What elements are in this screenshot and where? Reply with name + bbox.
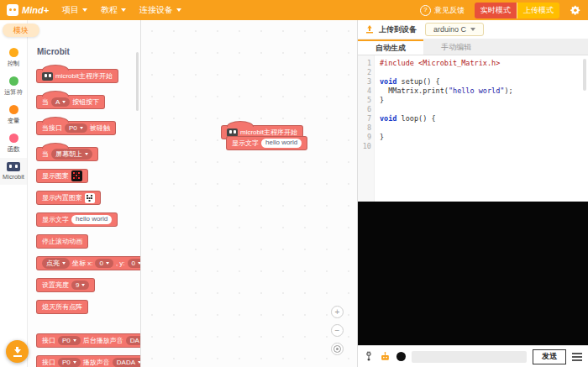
upload-mode-button[interactable]: 上传模式 [517,3,559,18]
palette-scrollbar[interactable] [136,52,139,111]
download-float-button[interactable] [6,340,29,363]
palette-block[interactable]: 接口P0播放声音DADA [36,355,141,367]
code-line: #include <Microbit_Matrix.h> [380,59,513,68]
line-number: 6 [358,105,371,114]
block-text: 当接口 [42,123,62,133]
code-editor[interactable]: 12345678910 #include <Microbit_Matrix.h>… [358,55,588,202]
block-dropdown[interactable]: DA [126,336,141,345]
block-text-input[interactable]: hello world [261,139,302,148]
menu-tutorial[interactable]: 教程 [101,4,126,16]
palette-block[interactable]: 停止滚动动画 [36,234,88,249]
sidebar-item-控制[interactable]: 控制 [0,44,27,72]
serial-menu-icon[interactable] [572,353,582,361]
category-dot-icon [9,48,18,57]
palette-block[interactable]: 当接口P0被碰触 [36,121,116,135]
block-dropdown[interactable]: P0 [65,123,87,133]
tab-manual-edit[interactable]: 手动编辑 [423,39,489,55]
serial-input[interactable] [412,351,527,363]
block-dropdown-value: 屏幕朝上 [55,149,82,159]
block-text-input[interactable]: hello world [71,215,112,224]
sidebar-item-运算符[interactable]: 运算符 [0,72,27,101]
canvas-block[interactable]: 显示文字hello world [226,136,307,150]
palette-block[interactable]: 显示图案 [36,169,88,183]
block-dropdown[interactable]: 屏幕朝上 [51,149,92,160]
upload-to-device-button[interactable]: 上传到设备 [365,24,417,35]
block-dropdown[interactable]: P0 [58,336,81,345]
block-text: 显示图案 [42,171,69,181]
block-dropdown-value: P0 [69,124,77,132]
block-dropdown[interactable]: A [51,97,70,107]
zoom-in-button[interactable]: + [331,306,344,318]
sidebar-item-Microbit[interactable]: Microbit [0,158,27,185]
canvas-zoom-controls: + − [331,306,344,355]
palette-block[interactable]: 熄灭所有点阵 [36,300,88,314]
zoom-reset-button[interactable] [331,343,344,355]
block-dropdown[interactable]: 9 [71,280,89,290]
feedback-button[interactable]: ? 意见反馈 [420,5,465,16]
block-text: 显示内置图案 [42,193,82,202]
block-dropdown-value: 0 [99,260,102,267]
code-line [380,105,513,114]
upload-icon [365,24,375,34]
tab-auto-generate[interactable]: 自动生成 [358,39,423,55]
realtime-mode-button[interactable]: 实时模式 [475,3,517,18]
category-sidebar: 控制运算符变量函数Microbit [0,20,28,367]
block-text: 停止滚动动画 [42,237,82,246]
code-line [380,123,513,133]
led-matrix-icon[interactable] [71,170,82,181]
category-dot-icon [9,76,18,86]
mindplus-logo[interactable]: Mind+ [7,4,49,16]
send-button[interactable]: 发送 [533,349,566,364]
block-dropdown[interactable]: 点亮 [42,258,70,269]
code-scrollbar[interactable] [583,59,586,91]
chevron-down-icon [176,8,181,12]
block-text: 当 [42,97,49,107]
block-text: 按钮按下 [72,97,99,107]
chevron-down-icon [106,262,109,265]
line-number: 3 [358,77,371,87]
device-type-dropdown[interactable]: arduino C [425,23,484,36]
line-number: 10 [358,142,371,151]
feedback-label: 意见反馈 [434,5,465,16]
download-icon [13,347,23,357]
tab-blocks[interactable]: 模块 [3,24,39,37]
palette-block[interactable]: 点亮坐标 x:0, y:0 [36,256,141,270]
sidebar-item-函数[interactable]: 函数 [0,129,27,158]
block-dropdown[interactable]: 0 [128,259,141,268]
block-text: 设置亮度 [42,280,69,290]
palette-block[interactable]: 当A按钮按下 [36,95,105,109]
zoom-out-button[interactable]: − [331,324,344,337]
device-type-value: arduino C [433,25,466,34]
serial-monitor[interactable] [358,202,588,345]
menu-connect-device[interactable]: 连接设备 [139,4,181,16]
upload-row: 上传到设备 arduino C [358,20,588,39]
block-dropdown[interactable]: 0 [95,259,113,268]
block-text: microbit主程序开始 [55,71,113,81]
mindplus-logo-icon [7,4,18,16]
line-number: 5 [358,96,371,105]
palette-block[interactable]: 接口P0后台播放声音DA [36,333,141,348]
block-dropdown[interactable]: DADA [113,358,141,367]
record-toggle-icon[interactable] [396,352,406,361]
robot-icon[interactable] [380,351,391,362]
sidebar-item-变量[interactable]: 变量 [0,101,27,129]
usb-plug-icon[interactable] [364,351,374,362]
palette-block[interactable]: 显示内置图案 [36,191,101,205]
workspace-canvas[interactable]: + − microbit主程序开始显示文字hello world [141,20,357,367]
palette-block-list: microbit主程序开始当A按钮按下当接口P0被碰触当屏幕朝上显示图案显示内置… [36,65,140,367]
block-text: 当 [42,149,49,159]
settings-gear-icon[interactable] [570,4,581,16]
block-text: 熄灭所有点阵 [42,302,82,312]
category-label: 运算符 [4,87,23,96]
palette-block[interactable]: 设置亮度9 [36,278,95,292]
code-line [380,142,513,151]
menu-project[interactable]: 项目 [62,4,87,16]
builtin-image-icon[interactable] [85,193,95,203]
palette-block[interactable]: 显示文字hello world [36,212,118,227]
code-line [380,68,513,77]
line-number: 2 [358,68,371,77]
block-dropdown[interactable]: P0 [58,358,81,367]
palette-block[interactable]: 当屏幕朝上 [36,147,98,161]
palette-category-header: Microbit [37,47,140,56]
palette-block[interactable]: microbit主程序开始 [36,69,118,83]
